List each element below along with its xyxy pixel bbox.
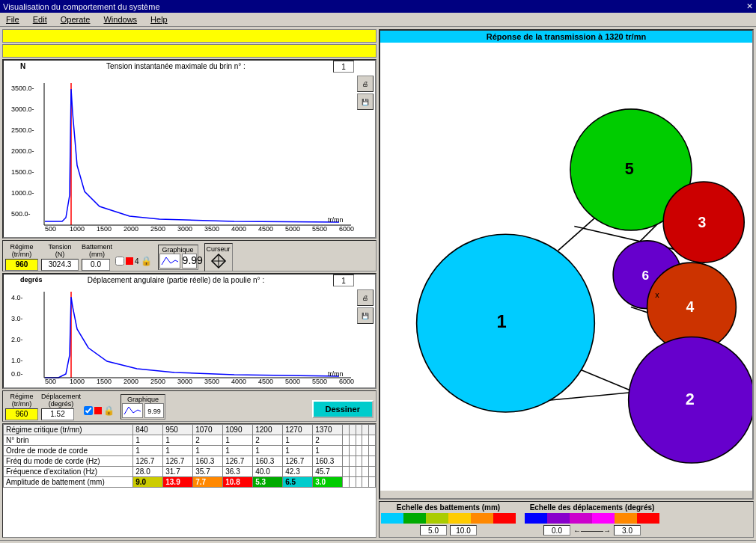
svg-text:2500.0-: 2500.0- xyxy=(11,126,34,134)
yellow-bar-2 xyxy=(2,44,377,58)
svg-text:2500: 2500 xyxy=(150,225,165,233)
table-cell: 126.7 xyxy=(133,456,163,467)
table-cell xyxy=(369,425,376,435)
ctrl1-battement-input[interactable] xyxy=(82,259,110,271)
menu-help[interactable]: Help xyxy=(147,14,171,25)
table-cell: 1200 xyxy=(253,425,283,435)
svg-text:3000: 3000 xyxy=(177,378,192,385)
table-cell xyxy=(362,425,369,435)
ctrl2-deplacement-label: Déplacement(degrés) xyxy=(41,393,81,408)
table-row: Ordre de mode de corde 1 1 1 1 1 1 1 xyxy=(4,446,376,456)
table-cell: 1 xyxy=(163,435,193,446)
table-cell xyxy=(349,456,356,467)
chart2-svg: 4.0- 3.0- 2.0- 1.0- 0.0- 500 1000 1500 2… xyxy=(10,288,362,385)
table-cell: 28.0 xyxy=(133,467,163,477)
svg-text:2000: 2000 xyxy=(124,378,138,385)
ctrl1-checkbox[interactable] xyxy=(115,257,124,266)
svg-text:tr/mn: tr/mn xyxy=(328,216,344,224)
yellow-bar-1 xyxy=(2,29,377,43)
scale2-val2-input[interactable] xyxy=(614,525,641,536)
ctrl1-val-display: 9.99 xyxy=(182,254,197,269)
svg-text:3000: 3000 xyxy=(177,225,192,233)
table-cell xyxy=(362,456,369,467)
table-cell: 1270 xyxy=(283,425,313,435)
svg-text:1000: 1000 xyxy=(70,378,85,385)
menu-bar: File Edit Operate Windows Help xyxy=(0,13,756,27)
table-cell: 1 xyxy=(283,435,313,446)
ctrl2-graphique-label: Graphique xyxy=(127,396,159,403)
ctrl1-graph-img xyxy=(159,254,180,269)
table-row: Fréq du mode de corde (Hz) 126.7 126.7 1… xyxy=(4,456,376,467)
table-row: N° brin 1 1 2 1 2 1 2 xyxy=(4,435,376,446)
ctrl2-regime-input[interactable] xyxy=(5,408,38,420)
svg-text:1000: 1000 xyxy=(70,225,85,233)
cursor-diamond-icon[interactable] xyxy=(210,253,227,269)
svg-text:x: x xyxy=(655,290,659,299)
table-cell: 1370 xyxy=(313,425,343,435)
menu-operate[interactable]: Operate xyxy=(58,14,94,25)
svg-text:3500.0-: 3500.0- xyxy=(11,85,34,92)
table-cell xyxy=(349,467,356,477)
dessiner-btn[interactable]: Dessiner xyxy=(312,400,374,418)
table-cell-9: 9.0 xyxy=(133,477,163,488)
scale-panel: Echelle des battements (mm) Echelle des … xyxy=(379,501,754,538)
table-cell-65: 6.5 xyxy=(283,477,313,488)
scale1-val2-input[interactable] xyxy=(450,525,477,536)
data-table: Régime critique (tr/mn) 840 950 1070 109… xyxy=(3,424,376,488)
chart2-container: degrés Déplacement angulaire (partie rée… xyxy=(2,273,377,389)
close-icon[interactable]: ✕ xyxy=(746,1,753,11)
table-cell: 126.7 xyxy=(283,456,313,467)
table-cell xyxy=(369,477,376,488)
scale2-val1-input[interactable] xyxy=(543,525,570,536)
table-cell: 1 xyxy=(253,446,283,456)
ctrl1-regime-label: Régime(tr/mn) xyxy=(5,244,38,259)
ctrl2-deplacement-input[interactable] xyxy=(41,408,74,420)
table-cell-53: 5.3 xyxy=(253,477,283,488)
chart1-brin-input[interactable] xyxy=(333,61,354,73)
table-cell xyxy=(343,425,350,435)
transmission-svg: 1 5 3 6 4 2 x xyxy=(380,43,752,491)
svg-text:tr/mn: tr/mn xyxy=(328,370,344,378)
table-cell xyxy=(343,456,350,467)
ctrl1-regime-input[interactable] xyxy=(5,259,38,271)
menu-edit[interactable]: Edit xyxy=(30,14,50,25)
svg-text:5: 5 xyxy=(625,159,634,178)
table-cell-77: 7.7 xyxy=(193,477,223,488)
table-cell xyxy=(343,467,350,477)
ctrl2-checkbox[interactable] xyxy=(84,406,93,415)
table-cell: 1 xyxy=(223,446,253,456)
transmission-title: Réponse de la transmission à 1320 tr/mn xyxy=(380,31,752,43)
chart1-container: N Tension instantanée maximale du brin n… xyxy=(2,59,377,239)
scale1-val1-input[interactable] xyxy=(420,525,447,536)
table-cell xyxy=(356,477,362,488)
scale-deplacements-label: Echelle des déplacements (degrés) xyxy=(530,503,655,512)
chart2-poulie-input[interactable] xyxy=(333,274,354,286)
menu-windows[interactable]: Windows xyxy=(100,14,140,25)
chart1-svg: 3500.0- 3000.0- 2500.0- 2000.0- 1500.0- … xyxy=(10,76,362,233)
svg-text:500.0-: 500.0- xyxy=(11,210,31,218)
window-title: Visualisation du comportement du système xyxy=(3,2,160,11)
svg-text:4500: 4500 xyxy=(258,378,273,385)
ctrl1-tension-input[interactable] xyxy=(41,259,79,271)
table-cell xyxy=(369,446,376,456)
svg-text:4.0-: 4.0- xyxy=(11,294,23,301)
table-cell: 36.3 xyxy=(223,467,253,477)
scale-dep-seg-6 xyxy=(637,513,659,524)
table-cell: Régime critique (tr/mn) xyxy=(4,425,133,435)
table-cell xyxy=(362,446,369,456)
menu-file[interactable]: File xyxy=(3,14,22,25)
ctrl2-graph-img xyxy=(122,403,143,418)
scale-arrow: ←———→ xyxy=(573,527,611,535)
svg-text:4500: 4500 xyxy=(258,225,273,233)
svg-text:4000: 4000 xyxy=(231,225,246,233)
svg-text:500: 500 xyxy=(45,225,56,233)
table-cell xyxy=(349,435,356,446)
chart2-ylabel: degrés xyxy=(20,276,43,283)
table-cell: 160.3 xyxy=(193,456,223,467)
transmission-panel: Réponse de la transmission à 1320 tr/mn … xyxy=(379,29,754,500)
svg-text:5500: 5500 xyxy=(312,378,327,385)
table-cell: Ordre de mode de corde xyxy=(4,446,133,456)
scale-dep-seg-4 xyxy=(592,513,615,524)
table-cell xyxy=(369,435,376,446)
svg-text:1500.0-: 1500.0- xyxy=(11,168,34,176)
